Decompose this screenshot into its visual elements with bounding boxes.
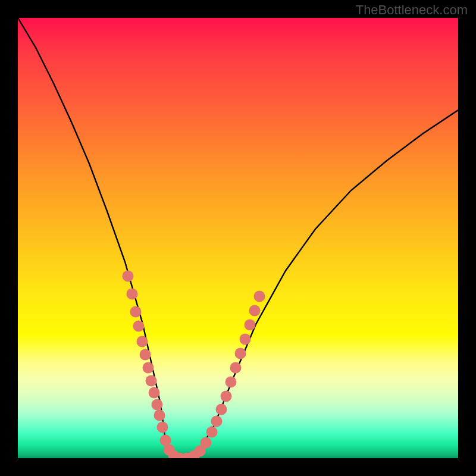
bead-dot	[157, 422, 168, 433]
bead-dot	[245, 320, 256, 331]
bead-dot	[152, 399, 163, 411]
bead-dot	[201, 437, 212, 449]
bottleneck-curve	[18, 18, 458, 458]
bead-dot	[143, 362, 154, 374]
bead-dot	[230, 362, 242, 374]
bead-dot	[137, 336, 148, 347]
bead-dot	[146, 375, 157, 387]
bead-dot	[130, 306, 142, 318]
bead-cluster	[123, 271, 265, 459]
bead-dot	[254, 291, 265, 302]
bead-dot	[211, 416, 223, 427]
bead-dot	[154, 410, 165, 421]
watermark-text: TheBottleneck.com	[356, 2, 468, 18]
curve-overlay	[18, 18, 458, 458]
bead-dot	[149, 387, 160, 399]
bead-dot	[240, 334, 251, 345]
chart-frame: TheBottleneck.com	[0, 0, 476, 476]
bead-dot	[123, 271, 134, 282]
bead-dot	[127, 289, 138, 300]
bead-dot	[140, 349, 151, 361]
bead-dot	[133, 321, 145, 332]
bead-dot	[226, 377, 237, 388]
bead-dot	[235, 348, 246, 359]
bead-dot	[206, 427, 218, 438]
bead-dot	[221, 391, 232, 402]
bead-dot	[216, 404, 227, 415]
bead-dot	[249, 305, 261, 317]
